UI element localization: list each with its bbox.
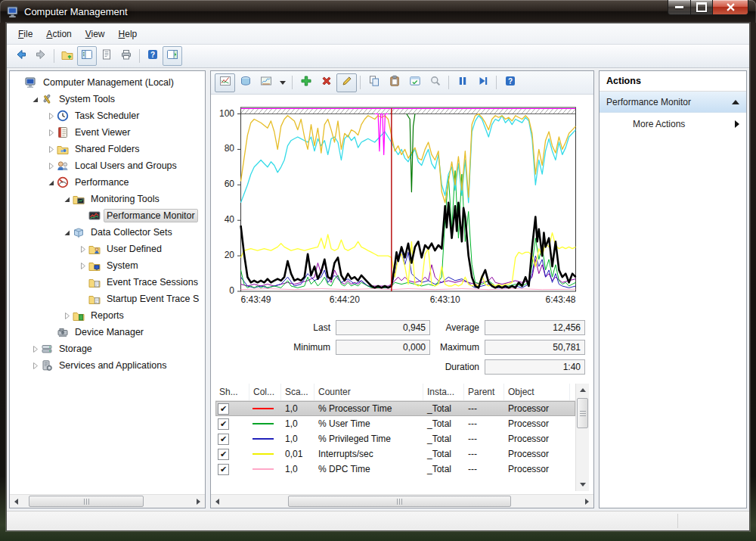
tree-item-monitoring-tools[interactable]: Monitoring Tools <box>10 191 205 207</box>
close-button[interactable] <box>712 0 748 15</box>
zoom-button[interactable] <box>425 73 445 92</box>
expander-collapsed-icon[interactable] <box>46 161 56 171</box>
expander-collapsed-icon[interactable] <box>46 111 56 121</box>
expander-collapsed-icon[interactable] <box>78 261 88 271</box>
show-action-pane-button[interactable] <box>163 46 182 66</box>
counter-row-processor-time[interactable]: ✔1,0% Processor Time_Total---Processor <box>215 401 575 416</box>
scroll-right-button[interactable] <box>581 495 593 508</box>
tree-item-reports[interactable]: Reports <box>10 307 205 324</box>
tree-item-system-tools[interactable]: System Tools <box>10 91 205 107</box>
tree-item-startup-event-trace-s[interactable]: Startup Event Trace S <box>10 291 205 307</box>
show-console-tree-button[interactable] <box>77 46 97 66</box>
tree-item-task-scheduler[interactable]: Task Scheduler <box>10 107 205 124</box>
show-checkbox[interactable]: ✔ <box>218 418 229 430</box>
counter-row-interrupts-sec[interactable]: ✔0,01Interrupts/sec_Total---Processor <box>215 446 575 462</box>
show-checkbox[interactable]: ✔ <box>218 464 229 475</box>
tree-item-system[interactable]: System <box>10 257 205 274</box>
column-header-col[interactable]: Col... <box>249 384 281 400</box>
column-header-counter[interactable]: Counter <box>314 384 423 400</box>
scrollbar-track[interactable] <box>576 396 589 478</box>
up-one-level-button[interactable] <box>57 46 77 66</box>
column-header-sh[interactable]: Sh... <box>215 384 249 400</box>
print-button[interactable] <box>116 46 136 66</box>
expander-expanded-icon[interactable] <box>62 228 72 238</box>
counter-list-header: Sh...Col...Sca...CounterInsta...ParentOb… <box>215 384 575 401</box>
graph-type-dropdown-button[interactable] <box>276 73 289 92</box>
performance-monitor-icon <box>88 210 101 222</box>
menu-action[interactable]: Action <box>39 26 78 42</box>
scrollbar-track[interactable] <box>224 495 581 508</box>
view-log-data-button[interactable] <box>235 73 256 92</box>
copy-properties-button[interactable] <box>364 73 384 92</box>
update-data-button[interactable] <box>472 73 493 92</box>
expander-collapsed-icon[interactable] <box>46 145 56 154</box>
maximize-button[interactable] <box>691 0 712 15</box>
highlight-button[interactable] <box>336 73 357 92</box>
tree-item-performance[interactable]: Performance <box>10 174 205 191</box>
column-header-parent[interactable]: Parent <box>464 384 504 400</box>
column-header-object[interactable]: Object <box>504 384 570 400</box>
column-header-insta[interactable]: Insta... <box>423 384 464 400</box>
more-actions-item[interactable]: More Actions <box>600 113 746 135</box>
tree-item-services-and-applications[interactable]: Services and Applications <box>10 357 205 374</box>
add-counter-button[interactable] <box>296 73 316 92</box>
help-button[interactable]: ? <box>500 73 520 92</box>
tree-item-label: Task Scheduler <box>72 109 142 123</box>
tree-item-device-manager[interactable]: Device Manager <box>10 324 205 340</box>
expander-collapsed-icon[interactable] <box>46 128 56 138</box>
change-graph-type-button[interactable] <box>256 73 276 92</box>
tree-item-event-viewer[interactable]: Event Viewer <box>10 124 205 141</box>
tree-item-local-users-and-groups[interactable]: Local Users and Groups <box>10 157 205 174</box>
expander-expanded-icon[interactable] <box>62 194 72 204</box>
show-checkbox[interactable]: ✔ <box>218 449 229 460</box>
scroll-down-button[interactable] <box>576 478 589 491</box>
counter-row-dpc-time[interactable]: ✔1,0% DPC Time_Total---Processor <box>215 462 575 477</box>
delete-counter-button[interactable] <box>316 73 336 92</box>
counter-list-vertical-scrollbar[interactable] <box>575 384 589 491</box>
scrollbar-thumb[interactable] <box>29 496 144 507</box>
object-cell: Processor <box>504 403 570 414</box>
counter-row-user-time[interactable]: ✔1,0% User Time_Total---Processor <box>215 416 575 431</box>
menu-view[interactable]: View <box>79 26 112 42</box>
tree-item-shared-folders[interactable]: Shared Folders <box>10 141 205 157</box>
tree-item-user-defined[interactable]: User Defined <box>10 241 205 257</box>
tree-horizontal-scrollbar[interactable] <box>10 494 205 508</box>
column-header-sca[interactable]: Sca... <box>281 384 314 400</box>
expander-collapsed-icon[interactable] <box>78 244 88 254</box>
export-list-button[interactable] <box>97 46 116 66</box>
paste-counter-list-button[interactable] <box>384 73 404 92</box>
collapse-group-icon[interactable] <box>732 100 739 104</box>
expander-collapsed-icon[interactable] <box>30 361 40 371</box>
scroll-left-button[interactable] <box>10 495 23 508</box>
properties-button[interactable] <box>404 73 425 92</box>
tree-item-computer-management-local[interactable]: Computer Management (Local) <box>10 74 205 91</box>
forward-button[interactable] <box>31 46 51 66</box>
freeze-display-button[interactable] <box>452 73 472 92</box>
expander-expanded-icon[interactable] <box>30 95 40 104</box>
tree-item-data-collector-sets[interactable]: Data Collector Sets <box>10 224 205 241</box>
show-checkbox[interactable]: ✔ <box>218 434 229 445</box>
scroll-up-button[interactable] <box>576 384 589 396</box>
actions-group-performance-monitor[interactable]: Performance Monitor <box>600 92 746 113</box>
counter-row-privileged-time[interactable]: ✔1,0% Privileged Time_Total---Processor <box>215 431 575 446</box>
show-checkbox[interactable]: ✔ <box>218 403 229 415</box>
counter-list-horizontal-scrollbar[interactable] <box>211 494 593 508</box>
menu-file[interactable]: File <box>11 26 39 42</box>
tree-item-event-trace-sessions[interactable]: Event Trace Sessions <box>10 274 205 291</box>
menu-help[interactable]: Help <box>112 26 144 42</box>
scrollbar-track[interactable] <box>23 495 192 508</box>
scroll-left-button[interactable] <box>211 495 224 508</box>
help-button[interactable]: ? <box>143 46 163 66</box>
expander-collapsed-icon[interactable] <box>30 344 40 354</box>
scrollbar-thumb[interactable] <box>577 398 588 428</box>
tree-item-performance-monitor[interactable]: Performance Monitor <box>10 207 205 224</box>
tree-item-storage[interactable]: Storage <box>10 340 205 357</box>
expander-expanded-icon[interactable] <box>46 178 56 188</box>
scrollbar-thumb[interactable] <box>288 496 511 507</box>
expander-collapsed-icon[interactable] <box>62 311 72 321</box>
view-current-activity-button[interactable] <box>215 73 235 92</box>
series-dark-green-spike <box>407 114 415 192</box>
scroll-right-button[interactable] <box>192 495 205 508</box>
back-button[interactable] <box>11 46 31 66</box>
minimize-button[interactable] <box>668 0 691 15</box>
